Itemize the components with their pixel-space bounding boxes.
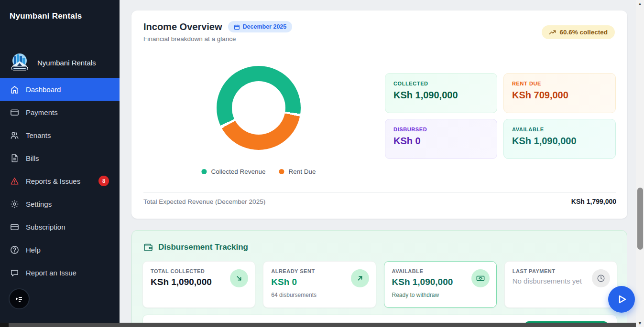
stat-label: COLLECTED	[393, 81, 489, 86]
page-title: Income Overview	[143, 21, 222, 32]
sidebar-item-label: Settings	[26, 200, 52, 208]
sidebar-item-payments[interactable]: Payments	[0, 101, 120, 124]
chat-bubble-icon	[10, 268, 19, 277]
stat-value: KSh 0	[393, 136, 489, 147]
horizontal-scrollbar-thumb[interactable]	[9, 323, 636, 327]
green-dot-icon	[201, 169, 207, 174]
stat-label: RENT DUE	[512, 81, 607, 86]
expected-revenue-label: Total Expected Revenue (December 2025)	[143, 198, 265, 205]
arrow-up-right-icon	[351, 269, 369, 287]
reports-count-badge: 8	[98, 176, 109, 186]
disbursement-card-grid: TOTAL COLLECTED KSh 1,090,000 ALREADY SE…	[142, 261, 617, 308]
sidebar-item-label: Help	[26, 246, 41, 254]
income-overview-header: Income Overview December 2025	[143, 21, 292, 32]
alert-triangle-icon	[10, 176, 19, 186]
sidebar-item-subscription[interactable]: Subscription	[0, 215, 120, 238]
sidebar-nav: Dashboard Payments Tenants Bills	[0, 78, 120, 284]
brand-name: Nyumbani Rentals	[37, 59, 96, 67]
users-icon	[10, 130, 19, 140]
disbursement-header: Disbursement Tracking	[143, 243, 248, 252]
legend-item-rent-due[interactable]: Rent Due	[279, 168, 316, 175]
sidebar-item-label: Subscription	[26, 223, 65, 231]
disbursement-tracking-section: Disbursement Tracking TOTAL COLLECTED KS…	[131, 230, 627, 327]
dcard-already-sent: ALREADY SENT KSh 0 64 disbursements	[263, 261, 376, 308]
dcard-available: AVAILABLE KSh 1,090,000 Ready to withdra…	[384, 261, 497, 308]
sidebar-item-help[interactable]: Help	[0, 238, 120, 261]
sidebar: Nyumbani Rentals Nyumbani Rentals	[0, 0, 120, 327]
horizontal-scrollbar	[0, 323, 636, 327]
income-stat-grid: COLLECTED KSh 1,090,000 RENT DUE KSh 709…	[385, 73, 616, 159]
sidebar-item-tenants[interactable]: Tenants	[0, 124, 120, 147]
sidebar-item-settings[interactable]: Settings	[0, 192, 120, 215]
banknote-icon	[471, 269, 490, 287]
play-icon	[614, 292, 629, 306]
stat-value: KSh 1,090,000	[393, 90, 489, 101]
disbursement-title: Disbursement Tracking	[158, 243, 248, 252]
brand-row: Nyumbani Rentals	[0, 49, 120, 76]
collected-percent-label: 60.6% collected	[559, 29, 608, 36]
sidebar-toggle-button[interactable]	[9, 288, 30, 309]
arrow-down-right-icon	[230, 269, 248, 287]
sidebar-item-label: Report an Issue	[26, 269, 76, 277]
stat-value: KSh 709,000	[512, 90, 607, 101]
app-screen: Nyumbani Rentals Nyumbani Rentals	[0, 0, 644, 327]
page-subtitle: Financial breakdown at a glance	[143, 35, 236, 42]
brand-logo	[10, 52, 30, 74]
credit-card-icon	[10, 222, 19, 232]
vertical-scrollbar-thumb[interactable]	[637, 188, 643, 250]
credit-card-icon	[10, 107, 19, 117]
sidebar-item-reports-issues[interactable]: Reports & Issues 8	[0, 169, 120, 192]
stat-card-rent-due: RENT DUE KSh 709,000	[503, 73, 616, 113]
gear-icon	[10, 199, 19, 209]
expected-revenue-value: KSh 1,799,000	[571, 198, 616, 205]
scroll-up-arrow[interactable]: ▲	[636, 0, 644, 7]
sidebar-item-label: Bills	[26, 154, 39, 162]
sidebar-item-report-issue[interactable]: Report an Issue	[0, 261, 120, 284]
wallet-icon	[143, 243, 153, 252]
sidebar-item-label: Tenants	[26, 131, 51, 139]
collected-percent-badge: 60.6% collected	[542, 25, 615, 39]
stat-card-available: AVAILABLE KSh 1,090,000	[503, 119, 616, 159]
stat-label: AVAILABLE	[512, 127, 607, 132]
calendar-icon	[234, 24, 240, 30]
dcard-subtext: 64 disbursements	[271, 292, 368, 298]
sidebar-item-bills[interactable]: Bills	[0, 147, 120, 169]
question-circle-icon	[10, 245, 19, 254]
donut-ring	[217, 66, 301, 150]
sidebar-header: Nyumbani Rentals	[0, 0, 120, 21]
clock-icon	[592, 269, 610, 287]
collapse-menu-icon	[14, 294, 24, 304]
legend-item-collected[interactable]: Collected Revenue	[201, 168, 265, 175]
expected-revenue-row: Total Expected Revenue (December 2025) K…	[143, 198, 616, 205]
orange-dot-icon	[279, 169, 284, 174]
dcard-total-collected: TOTAL COLLECTED KSh 1,090,000	[142, 261, 255, 308]
floating-action-button[interactable]	[608, 286, 635, 313]
stat-value: KSh 1,090,000	[512, 136, 607, 147]
period-badge: December 2025	[228, 21, 293, 32]
legend-label: Rent Due	[289, 168, 316, 175]
stat-card-disbursed: DISBURSED KSh 0	[385, 119, 497, 159]
income-donut-chart	[217, 66, 301, 150]
main-content: Income Overview December 2025 Financial …	[120, 0, 636, 327]
legend-label: Collected Revenue	[211, 168, 265, 175]
income-overview-card: Income Overview December 2025 Financial …	[131, 11, 627, 219]
home-icon	[10, 84, 19, 94]
sidebar-item-label: Dashboard	[26, 85, 61, 94]
document-icon	[10, 153, 19, 163]
scroll-down-arrow[interactable]: ▼	[636, 320, 644, 327]
stat-label: DISBURSED	[393, 127, 489, 132]
stat-card-collected: COLLECTED KSh 1,090,000	[385, 73, 497, 113]
dcard-last-payment: LAST PAYMENT No disbursements yet	[504, 261, 617, 308]
divider	[143, 192, 616, 193]
trending-up-icon	[549, 29, 556, 35]
dcard-subtext: Ready to withdraw	[392, 292, 489, 298]
period-badge-label: December 2025	[243, 23, 287, 30]
sidebar-item-dashboard[interactable]: Dashboard	[0, 78, 120, 101]
vertical-scrollbar: ▲ ▼	[636, 0, 644, 327]
building-logo-icon	[10, 52, 30, 74]
sidebar-header-title: Nyumbani Rentals	[10, 11, 110, 21]
sidebar-item-label: Reports & Issues	[26, 177, 80, 185]
chart-legend: Collected Revenue Rent Due	[201, 168, 316, 175]
sidebar-item-label: Payments	[26, 108, 58, 116]
